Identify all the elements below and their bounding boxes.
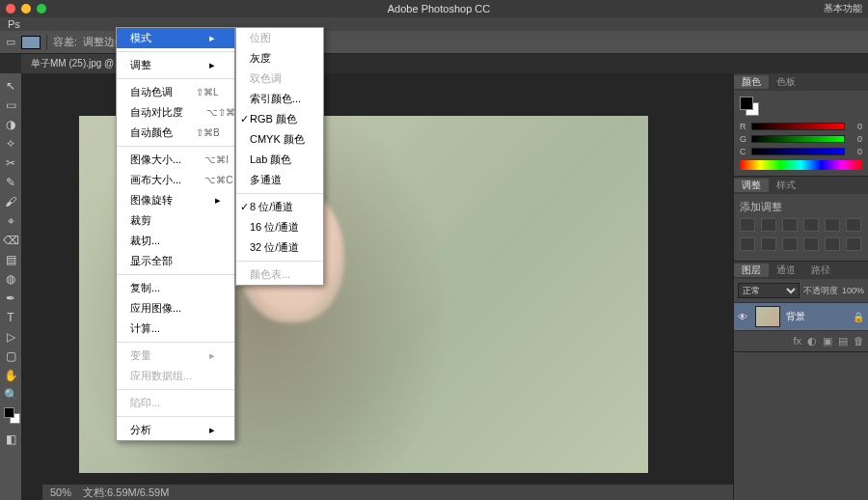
wand-tool-icon[interactable]: ✧ xyxy=(2,135,19,153)
spectrum-strip[interactable] xyxy=(740,160,862,170)
close-icon[interactable] xyxy=(6,4,15,14)
layer-row[interactable]: 👁 背景 🔒 xyxy=(734,303,868,330)
r-value[interactable]: 0 xyxy=(849,122,862,131)
panel-fg-bg[interactable] xyxy=(740,97,761,118)
menu-item[interactable]: 计算... xyxy=(117,319,234,339)
zoom-level[interactable]: 50% xyxy=(50,486,71,498)
layer-name[interactable]: 背景 xyxy=(786,310,805,323)
menu-item[interactable]: 图像旋转▸ xyxy=(117,190,234,210)
menu-item[interactable]: 画布大小...⌥⌘C xyxy=(117,170,234,190)
minimize-icon[interactable] xyxy=(21,4,31,14)
menu-item[interactable]: 复制... xyxy=(117,278,234,298)
mask-icon[interactable]: ◐ xyxy=(807,335,817,347)
tab-styles[interactable]: 样式 xyxy=(769,179,803,192)
menu-item[interactable]: CMYK 颜色 xyxy=(236,129,323,150)
menu-item[interactable]: 图像大小...⌥⌘I xyxy=(117,150,234,170)
menu-item[interactable]: 应用图像... xyxy=(117,298,234,319)
color-panel: 颜色 色板 R0 G0 C0 xyxy=(734,73,868,177)
lock-icon[interactable]: 🔒 xyxy=(853,312,864,322)
menu-item[interactable]: 32 位/通道 xyxy=(236,237,323,258)
doc-info[interactable]: 文档:6.59M/6.59M xyxy=(83,486,169,500)
pen-tool-icon[interactable]: ✒ xyxy=(2,290,19,307)
tab-color[interactable]: 颜色 xyxy=(734,75,769,89)
menu-item[interactable]: Lab 颜色 xyxy=(236,150,323,170)
r-slider[interactable] xyxy=(751,123,845,130)
adj-invert-icon[interactable] xyxy=(825,237,840,251)
eyedropper-tool-icon[interactable]: ✎ xyxy=(2,174,19,191)
menu-item[interactable]: 裁剪 xyxy=(117,210,234,231)
titlebar: Adobe Photoshop CC 基本功能 xyxy=(0,0,868,17)
layers-panel: 图层 通道 路径 正常 不透明度 100% 👁 背景 🔒 fx xyxy=(734,262,868,352)
visibility-icon[interactable]: 👁 xyxy=(738,312,749,322)
menu-item[interactable]: 模式▸ xyxy=(117,28,234,48)
menu-item[interactable]: 自动色调⇧⌘L xyxy=(117,82,234,102)
menu-item[interactable]: ✓8 位/通道 xyxy=(236,197,323,217)
tab-adjustments[interactable]: 调整 xyxy=(734,179,769,192)
zoom-tool-icon[interactable]: 🔍 xyxy=(2,386,19,403)
layer-thumb[interactable] xyxy=(755,306,780,327)
quickmask-icon[interactable]: ◧ xyxy=(2,431,19,448)
b-value[interactable]: 0 xyxy=(849,147,862,156)
menu-item[interactable]: 调整▸ xyxy=(117,55,234,75)
adj-mixer-icon[interactable] xyxy=(782,237,798,251)
adj-bw-icon[interactable] xyxy=(740,237,755,251)
menu-item[interactable]: 显示全部 xyxy=(117,251,234,271)
tab-layers[interactable]: 图层 xyxy=(734,264,769,277)
trash-icon[interactable]: 🗑 xyxy=(854,335,864,347)
menu-item[interactable]: 16 位/通道 xyxy=(236,217,323,237)
menu-item[interactable]: 多通道 xyxy=(236,170,323,190)
menu-item[interactable]: 分析▸ xyxy=(117,420,234,440)
menu-item: 颜色表... xyxy=(236,264,323,285)
type-tool-icon[interactable]: T xyxy=(2,309,19,326)
image-menu: 模式▸调整▸自动色调⇧⌘L自动对比度⌥⇧⌘L自动颜色⇧⌘B图像大小...⌥⌘I画… xyxy=(116,27,235,441)
tab-swatches[interactable]: 色板 xyxy=(769,75,803,89)
adj-vibrance-icon[interactable] xyxy=(825,218,840,232)
adj-posterize-icon[interactable] xyxy=(846,237,861,251)
tab-paths[interactable]: 路径 xyxy=(803,264,838,277)
menu-item[interactable]: 自动颜色⇧⌘B xyxy=(117,123,234,143)
adjustments-panel: 调整 样式 添加调整 xyxy=(734,177,868,262)
adj-lookup-icon[interactable] xyxy=(803,237,819,251)
b-slider[interactable] xyxy=(751,148,845,155)
g-value[interactable]: 0 xyxy=(849,134,862,144)
menu-item: 双色调 xyxy=(236,69,323,89)
adj-hue-icon[interactable] xyxy=(846,218,861,232)
opacity-value[interactable]: 100% xyxy=(842,286,864,295)
tab-channels[interactable]: 通道 xyxy=(769,264,803,277)
adj-photo-filter-icon[interactable] xyxy=(761,237,776,251)
menu-item[interactable]: ✓RGB 颜色 xyxy=(236,109,323,129)
maximize-icon[interactable] xyxy=(37,4,46,14)
path-tool-icon[interactable]: ▷ xyxy=(2,328,19,346)
workspace-label[interactable]: 基本功能 xyxy=(824,2,862,15)
blur-tool-icon[interactable]: ◍ xyxy=(2,270,19,288)
folder-icon[interactable]: ▣ xyxy=(823,335,832,347)
crop-tool-icon[interactable]: ✂ xyxy=(2,154,19,172)
gradient-tool-icon[interactable]: ▤ xyxy=(2,251,19,268)
eraser-tool-icon[interactable]: ⌫ xyxy=(2,232,19,249)
g-slider[interactable] xyxy=(751,135,845,143)
tool-preset-icon[interactable]: ▭ xyxy=(6,36,15,48)
adj-exposure-icon[interactable] xyxy=(803,218,819,232)
adj-levels-icon[interactable] xyxy=(761,218,776,232)
menu-item[interactable]: 灰度 xyxy=(236,48,323,69)
app-logo[interactable]: Ps xyxy=(8,18,20,30)
menu-item[interactable]: 裁切... xyxy=(117,231,234,251)
shape-tool-icon[interactable]: ▢ xyxy=(2,347,19,365)
menu-item[interactable]: 索引颜色... xyxy=(236,89,323,109)
adj-brightness-icon[interactable] xyxy=(740,218,755,232)
fx-icon[interactable]: fx xyxy=(793,335,801,347)
menu-item[interactable]: 自动对比度⌥⇧⌘L xyxy=(117,102,234,123)
move-tool-icon[interactable]: ↖ xyxy=(2,77,19,95)
statusbar: 50% 文档:6.59M/6.59M xyxy=(42,485,733,500)
brush-tool-icon[interactable]: 🖌 xyxy=(2,193,19,210)
fg-bg-swatch[interactable] xyxy=(2,405,19,429)
stamp-tool-icon[interactable]: ⌖ xyxy=(2,212,19,230)
adj-curves-icon[interactable] xyxy=(782,218,798,232)
hand-tool-icon[interactable]: ✋ xyxy=(2,367,19,384)
g-label: G xyxy=(740,134,747,144)
new-layer-icon[interactable]: ▤ xyxy=(838,335,848,347)
marquee-tool-icon[interactable]: ▭ xyxy=(2,97,19,114)
foreground-swatch[interactable] xyxy=(21,36,41,49)
blend-mode-select[interactable]: 正常 xyxy=(738,283,800,298)
lasso-tool-icon[interactable]: ◑ xyxy=(2,116,19,133)
